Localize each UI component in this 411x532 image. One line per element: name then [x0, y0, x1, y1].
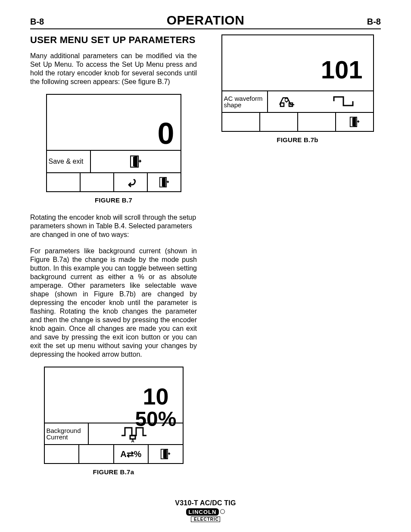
figure-b7b-wave-variant-icon-cell: [268, 91, 315, 112]
figure-b7a-row-label-2: Current: [47, 434, 68, 440]
footer-brand-lincoln: LINCOLN: [186, 508, 219, 516]
page: B-8 OPERATION B-8 USER MENU SET UP PARAM…: [0, 0, 411, 532]
exit-door-icon: [349, 116, 360, 128]
figure-b7b-caption: FIGURE B.7b: [214, 136, 381, 143]
figure-b7-softkeys: [47, 172, 181, 191]
undo-arrow-icon: [125, 177, 137, 187]
figure-b7a-softkey-3: A⇄%: [113, 445, 148, 463]
figure-b7b-label-row: AC waveform shape: [222, 90, 373, 112]
figure-b7a-display: 10 50% Background Current A: [45, 367, 183, 444]
svg-text:A: A: [131, 439, 134, 442]
page-number-right: B-8: [367, 17, 381, 27]
exit-door-icon: [130, 155, 142, 168]
footer-logo: LINCOLN ELECTRIC: [186, 508, 225, 522]
figure-b7-softkey-3: [113, 173, 147, 191]
figure-b7-value: 0: [158, 116, 174, 151]
figure-b7-caption: FIGURE B.7: [30, 196, 197, 204]
figure-b7-exit-icon-cell: [91, 151, 181, 172]
figure-b7a-softkey-2: [78, 445, 113, 463]
footer-brand-circle-icon: [220, 509, 225, 514]
figure-b7b-display: 101 AC waveform shape: [222, 35, 373, 112]
svg-rect-5: [280, 103, 284, 106]
heading-user-menu: USER MENU SET UP PARAMETERS: [30, 34, 197, 46]
figure-b7-softkey-4: [147, 173, 181, 191]
page-header: B-8 OPERATION B-8: [30, 13, 381, 29]
figure-b7a-panel: 10 50% Background Current A: [44, 367, 184, 464]
exit-door-icon: [160, 448, 171, 460]
pulse-waveform-icon: A: [121, 425, 151, 442]
figure-b7-row-label: Save & exit: [47, 151, 91, 172]
figure-b7a-label-row: Background Current A: [45, 423, 183, 444]
figure-b7a-value-top: 10: [143, 383, 168, 410]
paragraph-details: For parameters like background current (…: [30, 247, 197, 359]
figure-b7b-row-label-2: shape: [224, 102, 242, 108]
two-column-layout: USER MENU SET UP PARAMETERS Many additio…: [30, 34, 381, 485]
figure-b7-softkey-1: [47, 173, 80, 191]
figure-b7b-softkey-3: [297, 113, 335, 131]
figure-b7-label-row: Save & exit: [47, 150, 181, 172]
trapezoid-wave-icon: [279, 94, 305, 109]
figure-b7a-pulse-icon-cell: A: [89, 423, 183, 444]
figure-b7b-value: 101: [321, 55, 363, 84]
page-footer: V310-T AC/DC TIG LINCOLN ELECTRIC: [0, 499, 411, 523]
figure-b7b-softkey-1: [222, 113, 259, 131]
figure-b7-softkey-2: [80, 173, 113, 191]
figure-b7a-row-label-1: Background: [47, 427, 81, 434]
figure-b7b-panel: 101 AC waveform shape: [221, 34, 374, 132]
section-header-operation: OPERATION: [167, 13, 245, 28]
figure-b7a-caption: FIGURE B.7a: [30, 468, 197, 476]
a-percent-toggle-label: A⇄%: [120, 449, 141, 459]
figure-b7a-row-label: Background Current: [45, 423, 89, 444]
page-number-left: B-8: [30, 17, 44, 27]
figure-b7a-softkey-4: [148, 445, 183, 463]
figure-b7b-square-wave-icon-cell: [315, 91, 373, 112]
footer-product-name: V310-T AC/DC TIG: [0, 499, 411, 507]
paragraph-rotating: Rotating the encoder knob will scroll th…: [30, 213, 197, 239]
figure-b7b-row-label: AC waveform shape: [222, 91, 268, 112]
figure-b7b-row-label-1: AC waveform: [224, 95, 263, 102]
figure-b7b-softkey-2: [259, 113, 297, 131]
figure-b7-display: 0 Save & exit: [47, 95, 181, 172]
figure-b7a-softkeys: A⇄%: [45, 444, 183, 463]
square-wave-icon: [332, 94, 356, 109]
paragraph-intro: Many additional parameters can be modifi…: [30, 52, 197, 86]
figure-b7b-softkeys: [222, 112, 373, 131]
figure-b7b-softkey-4: [335, 113, 373, 131]
footer-brand-electric: ELECTRIC: [191, 516, 220, 522]
right-column: 101 AC waveform shape: [214, 34, 381, 485]
figure-b7-panel: 0 Save & exit: [46, 94, 181, 192]
left-column: USER MENU SET UP PARAMETERS Many additio…: [30, 34, 197, 485]
figure-b7a-softkey-1: [45, 445, 79, 463]
exit-door-icon: [159, 177, 169, 188]
